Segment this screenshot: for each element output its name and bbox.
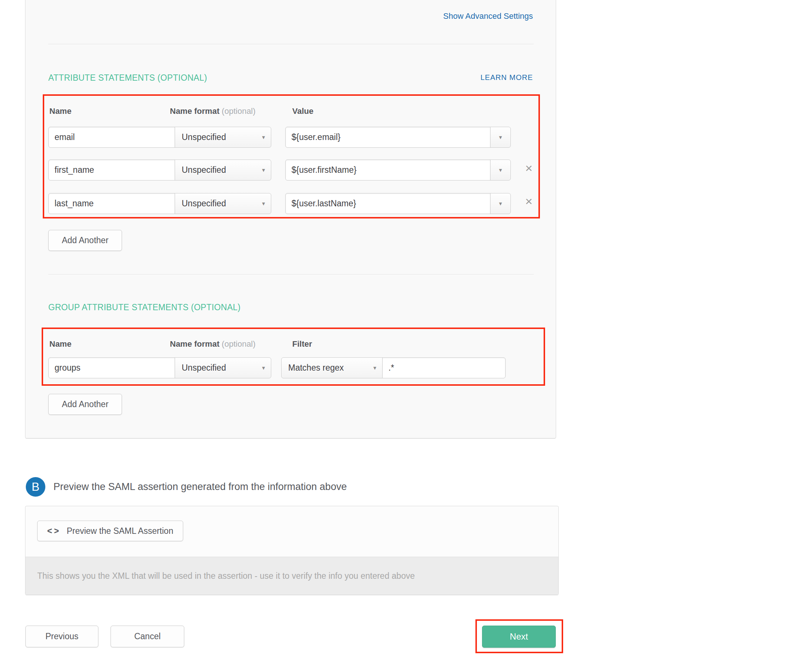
name-format-selected-value: Unspecified [182, 165, 226, 175]
column-header-value: Value [292, 106, 313, 116]
name-format-selected-value: Unspecified [182, 198, 226, 208]
caret-down-icon: ▾ [262, 365, 265, 371]
column-header-name-format-label: Name format [170, 106, 219, 116]
group-name-format-select[interactable]: Unspecified ▾ [175, 357, 271, 378]
preview-help-note-text: This shows you the XML that will be used… [37, 571, 414, 581]
group-attribute-row: Unspecified ▾ Matches regex ▾ [48, 357, 506, 378]
caret-down-icon: ▾ [262, 167, 265, 173]
divider [48, 44, 534, 44]
group-filter-combo: Matches regex ▾ [281, 357, 506, 378]
column-header-name-format: Name format (optional) [170, 106, 255, 116]
name-format-selected-value: Unspecified [182, 132, 226, 142]
add-another-group-attribute-button[interactable]: Add Another [48, 394, 122, 415]
attribute-row: Unspecified ▾ ▾ [48, 159, 511, 181]
attribute-value-combo: ▾ [285, 159, 511, 181]
divider [48, 274, 534, 275]
attribute-name-input[interactable] [48, 127, 175, 148]
attribute-statements-annotation-box: Name Name format (optional) Value Unspec… [43, 94, 540, 219]
learn-more-link[interactable]: LEARN MORE [480, 73, 533, 82]
preview-saml-assertion-label: Preview the SAML Assertion [67, 526, 173, 536]
column-header-filter: Filter [292, 339, 312, 349]
attribute-name-input[interactable] [48, 159, 175, 181]
name-format-selected-value: Unspecified [182, 363, 226, 373]
group-attribute-statements-heading: GROUP ATTRIBUTE STATEMENTS (OPTIONAL) [48, 302, 241, 313]
name-format-select[interactable]: Unspecified ▾ [175, 127, 271, 148]
attribute-value-combo: ▾ [285, 127, 511, 148]
caret-down-icon: ▾ [373, 365, 376, 371]
next-button-annotation-box: Next [475, 619, 563, 653]
cancel-button[interactable]: Cancel [111, 625, 184, 647]
value-dropdown-toggle[interactable]: ▾ [490, 159, 511, 181]
step-b-title: Preview the SAML assertion generated fro… [53, 481, 347, 492]
previous-button[interactable]: Previous [25, 625, 99, 647]
value-dropdown-toggle[interactable]: ▾ [490, 127, 511, 148]
next-button[interactable]: Next [482, 625, 556, 648]
name-format-select[interactable]: Unspecified ▾ [175, 159, 271, 181]
remove-row-icon[interactable]: × [522, 195, 535, 208]
code-brackets-icon: <> [47, 526, 61, 536]
caret-down-icon: ▾ [262, 201, 265, 207]
attribute-value-input[interactable] [285, 127, 491, 148]
filter-value-input[interactable] [382, 357, 506, 378]
preview-help-note: This shows you the XML that will be used… [25, 557, 558, 595]
column-header-name: Name [49, 339, 72, 349]
filter-type-select[interactable]: Matches regex ▾ [281, 357, 383, 378]
preview-assertion-panel: <> Preview the SAML Assertion This shows… [25, 506, 559, 595]
caret-down-icon: ▾ [499, 134, 502, 141]
column-header-name-format: Name format (optional) [170, 339, 255, 349]
attribute-value-combo: ▾ [285, 193, 511, 214]
attribute-statements-heading: ATTRIBUTE STATEMENTS (OPTIONAL) [48, 73, 207, 83]
preview-saml-assertion-button[interactable]: <> Preview the SAML Assertion [37, 520, 183, 541]
attribute-value-input[interactable] [285, 193, 491, 214]
saml-settings-panel: Show Advanced Settings ATTRIBUTE STATEME… [25, 0, 556, 438]
attribute-value-input[interactable] [285, 159, 491, 181]
show-advanced-settings-link[interactable]: Show Advanced Settings [443, 11, 533, 21]
group-attribute-annotation-box: Name Name format (optional) Filter Unspe… [42, 328, 545, 386]
caret-down-icon: ▾ [499, 167, 502, 173]
column-header-name-format-label: Name format [170, 339, 219, 349]
remove-row-icon[interactable]: × [522, 161, 535, 175]
step-b-badge: B [26, 477, 45, 497]
column-header-optional-label: (optional) [222, 339, 256, 349]
attribute-row: Unspecified ▾ ▾ [48, 193, 511, 214]
group-name-input[interactable] [48, 357, 175, 378]
value-dropdown-toggle[interactable]: ▾ [490, 193, 511, 214]
name-format-select[interactable]: Unspecified ▾ [175, 193, 271, 214]
column-header-optional-label: (optional) [222, 106, 256, 116]
filter-type-selected-value: Matches regex [288, 363, 344, 373]
attribute-row: Unspecified ▾ ▾ [48, 127, 511, 148]
add-another-attribute-button[interactable]: Add Another [48, 230, 122, 251]
caret-down-icon: ▾ [499, 201, 502, 207]
caret-down-icon: ▾ [262, 134, 265, 141]
saml-settings-page: Show Advanced Settings ATTRIBUTE STATEME… [0, 0, 785, 672]
attribute-name-input[interactable] [48, 193, 175, 214]
column-header-name: Name [49, 106, 72, 116]
